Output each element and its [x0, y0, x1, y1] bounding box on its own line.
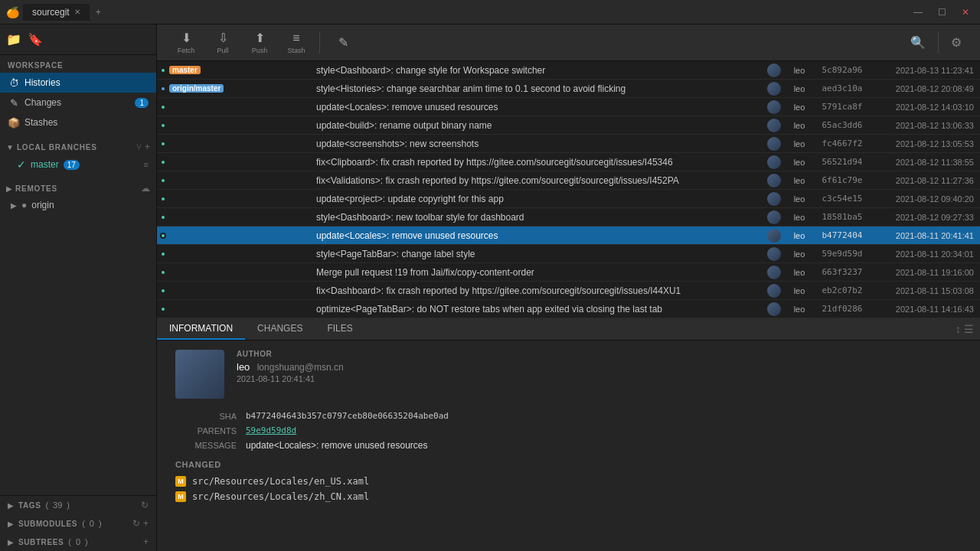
commit-date: 2021-08-13 11:23:41: [870, 66, 977, 75]
tags-section[interactable]: ▶ TAGS ( 39 ) ↻: [0, 496, 156, 514]
remote-name: origin: [31, 200, 54, 210]
content-area: ⬇ Fetch ⇩ Pull ⬆ Push ≡ Stash ✎ 🔍: [157, 24, 980, 551]
remotes-section[interactable]: ▶ REMOTES ☁: [0, 180, 156, 197]
commit-avatar: [767, 266, 781, 279]
sidebar-bottom: ▶ TAGS ( 39 ) ↻ ▶ SUBMODULES ( 0 ) ↻ +: [0, 495, 156, 551]
commit-author: leo: [784, 139, 815, 148]
tab-changes[interactable]: CHANGES: [245, 318, 315, 340]
commit-row[interactable]: origin/masterstyle<Histories>: change se…: [157, 80, 980, 98]
commit-row[interactable]: optimize<PageTabBar>: do NOT restore tab…: [157, 300, 980, 318]
commit-author: leo: [784, 158, 815, 167]
push-button[interactable]: ⬆ Push: [243, 28, 276, 58]
close-tab-button[interactable]: ✕: [74, 8, 80, 16]
fetch-button[interactable]: ⬇ Fetch: [169, 28, 203, 58]
commit-avatar: [767, 247, 781, 261]
pull-button[interactable]: ⇩ Pull: [206, 28, 240, 58]
sidebar-toolbar: 📁 🔖: [0, 24, 156, 55]
commit-row[interactable]: masterstyle<Dashboard>: change style for…: [157, 61, 980, 80]
commit-dot: [160, 67, 166, 73]
tags-refresh-icon[interactable]: ↻: [141, 500, 149, 510]
tab-files[interactable]: FILES: [315, 318, 364, 340]
commit-avatar: [767, 100, 781, 114]
edit-button[interactable]: ✎: [326, 28, 360, 58]
commit-row[interactable]: fix<Validations>: fix crash reported by …: [157, 171, 980, 190]
branch-master[interactable]: ✓ master 17 ≡: [0, 155, 156, 174]
submodules-add-icon[interactable]: +: [143, 518, 149, 529]
toolbar-separator-2: [938, 32, 939, 54]
commit-date: 2021-08-12 09:40:20: [870, 194, 977, 204]
branch-merge-icon[interactable]: ⑂: [136, 142, 142, 152]
changed-label: CHANGED: [175, 460, 962, 469]
folder-icon[interactable]: 📁: [6, 32, 21, 47]
sort-icon[interactable]: ↕: [956, 323, 961, 335]
commit-dot: [160, 233, 166, 239]
changes-label: Changes: [24, 97, 61, 108]
commit-row[interactable]: style<Dashboard>: new toolbar style for …: [157, 208, 980, 227]
sidebar-item-histories[interactable]: ⏱ Histories: [0, 73, 156, 93]
detail-panel: INFORMATION CHANGES FILES ↕ ☰ AUTHOR: [157, 318, 980, 551]
branch-filter-icon[interactable]: ≡: [144, 160, 149, 169]
commit-row[interactable]: style<PageTabBar>: change label styleleo…: [157, 245, 980, 263]
search-icon: 🔍: [910, 35, 926, 50]
tags-actions: ↻: [141, 500, 149, 510]
commit-message: fix<Clipboard>: fix crash reported by ht…: [316, 157, 767, 168]
top-toolbar: ⬇ Fetch ⇩ Pull ⬆ Push ≡ Stash ✎ 🔍: [157, 24, 980, 61]
commit-hash: 5c892a96: [815, 65, 870, 75]
commit-hash: 5791ca8f: [815, 102, 870, 112]
avatar-image: [175, 350, 224, 399]
add-tab-button[interactable]: +: [90, 4, 107, 21]
changed-file[interactable]: Msrc/Resources/Locales/en_US.xaml: [175, 474, 962, 489]
bookmark-icon[interactable]: 🔖: [28, 32, 43, 47]
file-name: src/Resources/Locales/zh_CN.xaml: [192, 491, 369, 502]
parents-value[interactable]: 59e9d59d8d: [246, 425, 962, 435]
commit-author: leo: [784, 305, 815, 314]
changed-file[interactable]: Msrc/Resources/Locales/zh_CN.xaml: [175, 489, 962, 504]
commit-dot: [160, 214, 166, 220]
commit-row[interactable]: Merge pull request !19 from Jai/fix/copy…: [157, 263, 980, 282]
stash-button[interactable]: ≡ Stash: [279, 28, 313, 58]
commit-row[interactable]: update<Locales>: remove unused resources…: [157, 227, 980, 245]
commit-hash: fc4667f2: [815, 139, 870, 148]
close-button[interactable]: ✕: [957, 5, 974, 19]
commit-row[interactable]: update<build>: rename output binary name…: [157, 116, 980, 135]
search-button[interactable]: 🔍: [904, 32, 932, 53]
commit-hash: 6f61c79e: [815, 175, 870, 185]
sidebar-item-stashes[interactable]: 📦 Stashes: [0, 112, 156, 132]
commit-avatar: [767, 302, 781, 316]
sidebar-item-changes[interactable]: ✎ Changes 1: [0, 93, 156, 112]
tab-information[interactable]: INFORMATION: [157, 318, 245, 340]
remote-origin[interactable]: ▶ ● origin: [0, 197, 156, 214]
branch-add-icon[interactable]: +: [145, 142, 150, 152]
commit-row[interactable]: update<Locales>: remove unused resources…: [157, 98, 980, 116]
workspace-label: WORKSPACE: [0, 55, 156, 73]
commit-row[interactable]: update<screenshots>: new screenshotsleof…: [157, 135, 980, 153]
commit-date: 2021-08-12 14:03:10: [870, 103, 977, 112]
local-branches-section[interactable]: ▼ LOCAL BRANCHES ⑂ +: [0, 139, 156, 155]
commit-row[interactable]: update<project>: update copyright for th…: [157, 190, 980, 208]
submodules-section[interactable]: ▶ SUBMODULES ( 0 ) ↻ +: [0, 514, 156, 533]
commit-avatar: [767, 284, 781, 298]
commit-message: optimize<PageTabBar>: do NOT restore tab…: [316, 304, 767, 315]
settings-button[interactable]: ⚙: [945, 32, 968, 53]
commit-message: update<project>: update copyright for th…: [316, 194, 767, 204]
commit-date: 2021-08-12 11:27:36: [870, 176, 977, 185]
remote-add-icon[interactable]: ☁: [141, 183, 150, 194]
remote-dot-icon: ●: [21, 200, 27, 210]
subtrees-section[interactable]: ▶ SUBTREES ( 0 ) +: [0, 533, 156, 551]
commit-hash: 18581ba5: [815, 212, 870, 222]
histories-label: Histories: [24, 77, 60, 88]
minimize-button[interactable]: —: [909, 5, 927, 19]
commit-date: 2021-08-11 14:16:43: [870, 305, 977, 314]
remote-actions: ☁: [141, 183, 150, 194]
list-icon[interactable]: ☰: [964, 323, 974, 335]
remotes-label: REMOTES: [15, 184, 57, 193]
subtrees-actions: +: [143, 536, 149, 547]
maximize-button[interactable]: ☐: [933, 5, 951, 19]
commit-date: 2021-08-11 19:16:00: [870, 268, 977, 277]
commit-row[interactable]: fix<Dashboard>: fix crash reported by ht…: [157, 282, 980, 300]
active-tab[interactable]: sourcegit ✕: [23, 4, 90, 21]
subtrees-add-icon[interactable]: +: [143, 536, 149, 547]
submodules-refresh-icon[interactable]: ↻: [132, 518, 140, 529]
commit-row[interactable]: fix<Clipboard>: fix crash reported by ht…: [157, 153, 980, 171]
parents-label: PARENTS: [175, 425, 237, 435]
